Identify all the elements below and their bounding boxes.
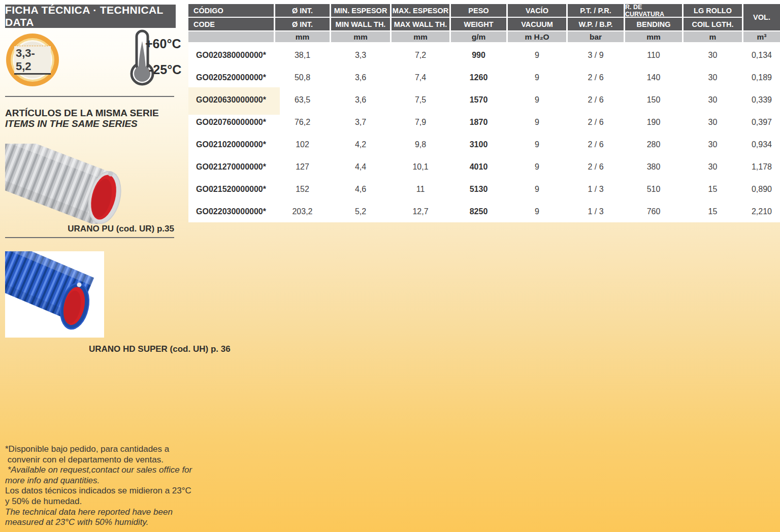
cell-diameter: 203,2 [275, 201, 330, 223]
cell-min-wall: 4,2 [331, 134, 390, 156]
footnote-line: convenir con el departamento de ventas. [5, 455, 188, 466]
cell-code: GO020630000000* [188, 89, 274, 111]
cell-volume: 0,890 [743, 178, 780, 201]
cell-volume: 0,339 [743, 89, 780, 111]
cell-pressure: 2 / 6 [568, 66, 624, 89]
footnote-line: The technical data here reported have be… [5, 507, 188, 518]
col-header-en: COIL LGTH. [684, 18, 742, 30]
cell-max-wall: 11 [392, 178, 449, 201]
col-unit: m [684, 31, 742, 42]
table-header: CÓDIGO Ø INT. MIN. ESPESOR MAX. ESPESOR … [188, 4, 780, 42]
col-unit [188, 31, 274, 42]
col-unit: g/m [451, 31, 506, 42]
product-image-urano-hd [5, 251, 104, 338]
divider-line [5, 96, 174, 97]
cell-max-wall: 10,1 [392, 156, 449, 178]
cell-weight: 1870 [451, 111, 506, 134]
cell-code: GO021520000000* [188, 178, 274, 201]
cell-pressure: 1 / 3 [568, 201, 624, 223]
cell-diameter: 102 [275, 134, 330, 156]
col-unit: mm [275, 31, 330, 42]
col-header-en: VACUUM [508, 18, 566, 30]
cell-max-wall: 7,2 [392, 44, 449, 66]
footnote-line: *Disponible bajo pedido, para cantidades… [5, 444, 188, 455]
cell-weight: 8250 [451, 201, 506, 223]
col-header-es: CÓDIGO [188, 4, 274, 17]
cell-diameter: 76,2 [275, 111, 330, 134]
col-header-es: LG ROLLO [684, 4, 742, 17]
divider-line [5, 237, 174, 238]
cell-bending: 190 [625, 111, 682, 134]
cell-code: GO021020000000* [188, 134, 274, 156]
cell-min-wall: 3,7 [331, 111, 390, 134]
cell-bending: 760 [625, 201, 682, 223]
cell-bending: 140 [625, 66, 682, 89]
col-header-vol: VOL. [743, 4, 780, 30]
cell-coil-length: 15 [684, 201, 742, 223]
cell-vacuum: 9 [508, 66, 566, 89]
col-header-es: Ø INT. [275, 4, 330, 17]
cell-code: GO021270000000* [188, 156, 274, 178]
cell-max-wall: 9,8 [392, 134, 449, 156]
cell-min-wall: 3,3 [331, 44, 390, 66]
cell-coil-length: 30 [684, 134, 742, 156]
cell-min-wall: 5,2 [331, 201, 390, 223]
cell-diameter: 152 [275, 178, 330, 201]
page-title-bar: FICHA TÉCNICA · TECHNICAL DATA [5, 5, 176, 28]
cell-min-wall: 3,6 [331, 89, 390, 111]
cell-bending: 380 [625, 156, 682, 178]
badge-inner: 3,3-5,2 [13, 40, 52, 80]
footnote-line: y 50% de humedad. [5, 496, 188, 507]
col-header-en: W.P. / B.P. [568, 18, 624, 30]
cell-volume: 0,397 [743, 111, 780, 134]
col-unit: mm [392, 31, 449, 42]
cell-pressure: 2 / 6 [568, 111, 624, 134]
cell-coil-length: 30 [684, 111, 742, 134]
col-header-es: VACÍO [508, 4, 566, 17]
footnote-line: more info and quantities. [5, 476, 188, 486]
series-title: ARTÍCULOS DE LA MISMA SERIE ITEMS IN THE… [5, 108, 159, 129]
cell-vacuum: 9 [508, 201, 566, 223]
cell-max-wall: 7,5 [392, 89, 449, 111]
cell-pressure: 1 / 3 [568, 178, 624, 201]
footnote-line: *Available on request,contact our sales … [5, 465, 188, 476]
cell-coil-length: 30 [684, 66, 742, 89]
datasheet-page: FICHA TÉCNICA · TECHNICAL DATA 3,3-5,2 +… [0, 0, 780, 532]
cell-coil-length: 15 [684, 178, 742, 201]
cell-pressure: 2 / 6 [568, 156, 624, 178]
cell-weight: 1570 [451, 89, 506, 111]
cell-coil-length: 30 [684, 44, 742, 66]
cell-min-wall: 4,6 [331, 178, 390, 201]
col-header-en: MAX WALL TH. [392, 18, 449, 30]
cell-weight: 5130 [451, 178, 506, 201]
badge-label: 3,3-5,2 [14, 46, 51, 75]
col-header-en: CODE [188, 18, 274, 30]
cell-max-wall: 7,4 [392, 66, 449, 89]
cell-min-wall: 3,6 [331, 66, 390, 89]
cell-diameter: 38,1 [275, 44, 330, 66]
cell-vacuum: 9 [508, 44, 566, 66]
footnote-line: measured at 23°C with 50% humidity. [5, 517, 188, 528]
col-unit: m³ [743, 31, 780, 42]
cell-coil-length: 30 [684, 89, 742, 111]
cell-bending: 510 [625, 178, 682, 201]
cell-code: GO020380000000* [188, 44, 274, 66]
product-image-urano-pu [5, 144, 175, 224]
cell-bending: 150 [625, 89, 682, 111]
cell-vacuum: 9 [508, 178, 566, 201]
cell-vacuum: 9 [508, 134, 566, 156]
col-unit: mm [331, 31, 390, 42]
cell-max-wall: 12,7 [392, 201, 449, 223]
col-header-en: MIN WALL TH. [331, 18, 390, 30]
temp-min-label: -25°C [149, 62, 181, 77]
series-title-en: ITEMS IN THE SAME SERIES [5, 118, 159, 129]
col-unit: mm [625, 31, 682, 42]
cell-diameter: 50,8 [275, 66, 330, 89]
cell-bending: 280 [625, 134, 682, 156]
cell-volume: 0,934 [743, 134, 780, 156]
cell-diameter: 127 [275, 156, 330, 178]
product-image-box [5, 251, 104, 338]
col-header-es: R. DE CURVATURA [625, 4, 682, 17]
cell-pressure: 2 / 6 [568, 89, 624, 111]
col-header-en: WEIGHT [451, 18, 506, 30]
